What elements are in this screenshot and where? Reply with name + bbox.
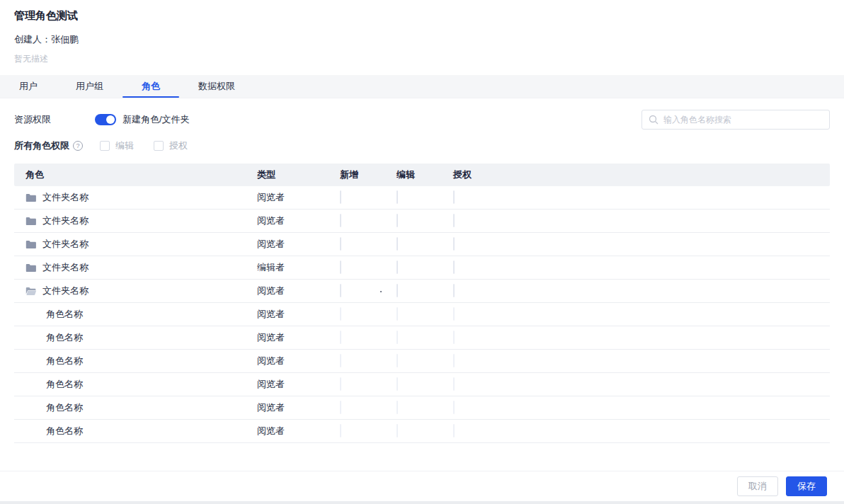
table-row[interactable]: 文件夹名称 阅览者 <box>14 233 830 256</box>
auth-checkbox[interactable] <box>453 284 455 297</box>
table-row[interactable]: 角色名称 阅览者 <box>14 420 830 443</box>
table-row[interactable]: 角色名称 阅览者 <box>14 350 830 373</box>
table-header: 角色 类型 新增 编辑 授权 <box>14 164 830 186</box>
folder-closed-icon <box>25 217 37 226</box>
auth-checkbox[interactable] <box>453 377 455 391</box>
auth-checkbox[interactable] <box>453 424 455 437</box>
edit-checkbox-label: 编辑 <box>115 139 134 152</box>
row-type: 阅览者 <box>257 331 340 344</box>
auth-checkbox-label: 授权 <box>169 139 188 152</box>
manage-role-dialog: 管理角色测试 创建人：张佃鹏 暂无描述 用户 用户组 角色 数据权限 资源权限 … <box>0 0 844 504</box>
add-checkbox[interactable] <box>340 307 341 321</box>
row-type: 阅览者 <box>257 308 340 321</box>
edit-checkbox[interactable] <box>397 237 398 251</box>
creator-text: 创建人：张佃鹏 <box>14 33 830 46</box>
table-row[interactable]: 文件夹名称 编辑者 <box>14 256 830 280</box>
add-checkbox[interactable] <box>340 401 341 414</box>
table-row[interactable]: 角色名称 阅览者 <box>14 303 830 326</box>
stray-dot <box>380 291 382 292</box>
edit-checkbox[interactable] <box>397 284 398 297</box>
dialog-header: 管理角色测试 创建人：张佃鹏 暂无描述 <box>0 0 844 65</box>
row-name: 角色名称 <box>46 331 83 344</box>
folder-closed-icon <box>25 240 37 249</box>
edit-checkbox-group: 编辑 <box>100 139 134 152</box>
row-name: 文件夹名称 <box>42 285 89 297</box>
edit-checkbox[interactable] <box>397 401 398 414</box>
edit-checkbox[interactable] <box>397 214 398 227</box>
dialog-footer: 取消 保存 <box>0 471 844 501</box>
toggle-knob <box>106 115 115 124</box>
tab-user-groups[interactable]: 用户组 <box>57 75 122 98</box>
table-row[interactable]: 文件夹名称 阅览者 <box>14 210 830 233</box>
row-type: 阅览者 <box>257 378 340 391</box>
row-name: 文件夹名称 <box>42 261 89 274</box>
auth-checkbox[interactable] <box>453 354 455 367</box>
table-row[interactable]: 角色名称 阅览者 <box>14 396 830 420</box>
table-row[interactable]: 文件夹名称 阅览者 <box>14 280 830 303</box>
edit-checkbox[interactable] <box>397 377 398 391</box>
tab-roles[interactable]: 角色 <box>122 75 179 98</box>
cancel-button[interactable]: 取消 <box>737 476 778 496</box>
edit-checkbox[interactable] <box>397 354 398 367</box>
add-checkbox[interactable] <box>340 284 341 297</box>
row-type: 阅览者 <box>257 285 340 297</box>
add-checkbox[interactable] <box>340 377 341 391</box>
folder-open-icon <box>25 287 37 296</box>
search-input[interactable] <box>641 110 830 130</box>
search-box <box>641 110 830 130</box>
add-checkbox[interactable] <box>340 260 341 274</box>
add-checkbox[interactable] <box>340 354 341 367</box>
roles-table: 角色 类型 新增 编辑 授权 文件夹名称 阅览者 文件夹名称 阅览者 文件夹名称 <box>14 164 830 443</box>
search-icon <box>649 115 658 125</box>
auth-checkbox[interactable] <box>453 214 455 227</box>
edit-checkbox[interactable] <box>397 260 398 274</box>
edit-checkbox[interactable] <box>397 307 398 321</box>
help-icon[interactable]: ? <box>73 141 83 151</box>
folder-closed-icon <box>25 193 37 202</box>
edit-checkbox[interactable] <box>397 190 398 204</box>
add-checkbox[interactable] <box>340 237 341 251</box>
table-row[interactable]: 角色名称 阅览者 <box>14 373 830 396</box>
add-checkbox[interactable] <box>340 424 341 437</box>
add-checkbox[interactable] <box>340 214 341 227</box>
row-name: 角色名称 <box>46 378 83 391</box>
all-roles-permission-label: 所有角色权限 <box>14 139 69 152</box>
save-button[interactable]: 保存 <box>786 476 827 496</box>
table-body: 文件夹名称 阅览者 文件夹名称 阅览者 文件夹名称 阅览者 文件夹名称 编辑者 <box>14 186 830 443</box>
auth-checkbox[interactable] <box>453 237 455 251</box>
description-text: 暂无描述 <box>14 53 830 65</box>
row-name: 文件夹名称 <box>42 238 89 251</box>
folder-closed-icon <box>25 263 37 273</box>
tab-users[interactable]: 用户 <box>0 75 57 98</box>
column-header-edit: 编辑 <box>397 168 453 181</box>
row-type: 阅览者 <box>257 238 340 251</box>
column-header-auth: 授权 <box>453 168 830 181</box>
auth-checkbox[interactable] <box>453 260 455 274</box>
row-type: 编辑者 <box>257 261 340 274</box>
row-type: 阅览者 <box>257 355 340 367</box>
auth-checkbox[interactable] <box>453 401 455 414</box>
auth-checkbox[interactable] <box>453 190 455 204</box>
auth-checkbox[interactable] <box>453 331 455 344</box>
row-name: 角色名称 <box>46 308 83 321</box>
edit-checkbox[interactable] <box>397 331 398 344</box>
edit-checkbox[interactable] <box>397 424 398 437</box>
row-type: 阅览者 <box>257 191 340 204</box>
edit-checkbox[interactable] <box>100 141 110 151</box>
auth-checkbox[interactable] <box>154 141 164 151</box>
add-checkbox[interactable] <box>340 331 341 344</box>
add-checkbox[interactable] <box>340 190 341 204</box>
row-name: 角色名称 <box>46 425 83 437</box>
row-type: 阅览者 <box>257 425 340 437</box>
new-role-toggle-label: 新建角色/文件夹 <box>122 113 190 126</box>
bottom-divider <box>0 501 844 504</box>
column-header-type: 类型 <box>257 168 340 181</box>
row-type: 阅览者 <box>257 214 340 227</box>
new-role-toggle[interactable] <box>95 114 116 125</box>
table-row[interactable]: 角色名称 阅览者 <box>14 326 830 350</box>
auth-checkbox[interactable] <box>453 307 455 321</box>
tab-data-permissions[interactable]: 数据权限 <box>179 75 254 98</box>
controls-section: 资源权限 新建角色/文件夹 所有角色权限 ? 编辑 授权 <box>0 98 844 152</box>
column-header-add: 新增 <box>340 168 397 181</box>
table-row[interactable]: 文件夹名称 阅览者 <box>14 186 830 210</box>
